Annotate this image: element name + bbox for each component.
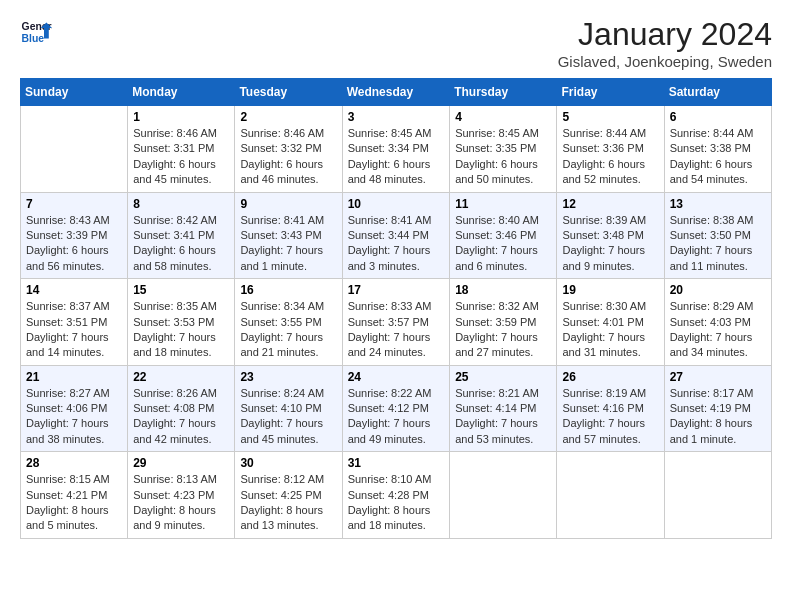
calendar-cell: [450, 452, 557, 539]
logo: General Blue: [20, 16, 52, 48]
daylight-text: Daylight: 6 hours and 48 minutes.: [348, 158, 431, 185]
sunrise-text: Sunrise: 8:10 AM: [348, 473, 432, 485]
cell-content: Sunrise: 8:10 AM Sunset: 4:28 PM Dayligh…: [348, 472, 445, 534]
day-number: 4: [455, 110, 551, 124]
sunrise-text: Sunrise: 8:30 AM: [562, 300, 646, 312]
cell-content: Sunrise: 8:21 AM Sunset: 4:14 PM Dayligh…: [455, 386, 551, 448]
week-row-5: 28 Sunrise: 8:15 AM Sunset: 4:21 PM Dayl…: [21, 452, 772, 539]
sunrise-text: Sunrise: 8:45 AM: [348, 127, 432, 139]
day-number: 17: [348, 283, 445, 297]
sunset-text: Sunset: 3:43 PM: [240, 229, 321, 241]
calendar-cell: 17 Sunrise: 8:33 AM Sunset: 3:57 PM Dayl…: [342, 279, 450, 366]
day-number: 31: [348, 456, 445, 470]
day-number: 8: [133, 197, 229, 211]
calendar-cell: 25 Sunrise: 8:21 AM Sunset: 4:14 PM Dayl…: [450, 365, 557, 452]
daylight-text: Daylight: 8 hours and 18 minutes.: [348, 504, 431, 531]
calendar-cell: 1 Sunrise: 8:46 AM Sunset: 3:31 PM Dayli…: [128, 106, 235, 193]
day-number: 2: [240, 110, 336, 124]
cell-content: Sunrise: 8:45 AM Sunset: 3:34 PM Dayligh…: [348, 126, 445, 188]
daylight-text: Daylight: 7 hours and 49 minutes.: [348, 417, 431, 444]
day-number: 29: [133, 456, 229, 470]
sunrise-text: Sunrise: 8:17 AM: [670, 387, 754, 399]
daylight-text: Daylight: 7 hours and 18 minutes.: [133, 331, 216, 358]
sunrise-text: Sunrise: 8:41 AM: [240, 214, 324, 226]
daylight-text: Daylight: 8 hours and 9 minutes.: [133, 504, 216, 531]
cell-content: Sunrise: 8:27 AM Sunset: 4:06 PM Dayligh…: [26, 386, 122, 448]
cell-content: Sunrise: 8:38 AM Sunset: 3:50 PM Dayligh…: [670, 213, 766, 275]
sunrise-text: Sunrise: 8:35 AM: [133, 300, 217, 312]
day-number: 18: [455, 283, 551, 297]
week-row-3: 14 Sunrise: 8:37 AM Sunset: 3:51 PM Dayl…: [21, 279, 772, 366]
sunrise-text: Sunrise: 8:13 AM: [133, 473, 217, 485]
sunset-text: Sunset: 3:32 PM: [240, 142, 321, 154]
cell-content: Sunrise: 8:30 AM Sunset: 4:01 PM Dayligh…: [562, 299, 658, 361]
cell-content: Sunrise: 8:13 AM Sunset: 4:23 PM Dayligh…: [133, 472, 229, 534]
day-header-friday: Friday: [557, 79, 664, 106]
calendar-cell: 2 Sunrise: 8:46 AM Sunset: 3:32 PM Dayli…: [235, 106, 342, 193]
sunset-text: Sunset: 3:55 PM: [240, 316, 321, 328]
daylight-text: Daylight: 7 hours and 31 minutes.: [562, 331, 645, 358]
calendar-cell: 14 Sunrise: 8:37 AM Sunset: 3:51 PM Dayl…: [21, 279, 128, 366]
cell-content: Sunrise: 8:44 AM Sunset: 3:38 PM Dayligh…: [670, 126, 766, 188]
day-header-wednesday: Wednesday: [342, 79, 450, 106]
sunset-text: Sunset: 3:31 PM: [133, 142, 214, 154]
daylight-text: Daylight: 6 hours and 58 minutes.: [133, 244, 216, 271]
calendar-cell: 7 Sunrise: 8:43 AM Sunset: 3:39 PM Dayli…: [21, 192, 128, 279]
calendar-cell: 22 Sunrise: 8:26 AM Sunset: 4:08 PM Dayl…: [128, 365, 235, 452]
calendar-cell: 26 Sunrise: 8:19 AM Sunset: 4:16 PM Dayl…: [557, 365, 664, 452]
sunrise-text: Sunrise: 8:22 AM: [348, 387, 432, 399]
calendar-cell: 13 Sunrise: 8:38 AM Sunset: 3:50 PM Dayl…: [664, 192, 771, 279]
cell-content: Sunrise: 8:17 AM Sunset: 4:19 PM Dayligh…: [670, 386, 766, 448]
sunset-text: Sunset: 4:06 PM: [26, 402, 107, 414]
cell-content: Sunrise: 8:37 AM Sunset: 3:51 PM Dayligh…: [26, 299, 122, 361]
cell-content: Sunrise: 8:46 AM Sunset: 3:32 PM Dayligh…: [240, 126, 336, 188]
day-number: 11: [455, 197, 551, 211]
cell-content: Sunrise: 8:24 AM Sunset: 4:10 PM Dayligh…: [240, 386, 336, 448]
cell-content: Sunrise: 8:45 AM Sunset: 3:35 PM Dayligh…: [455, 126, 551, 188]
sunrise-text: Sunrise: 8:42 AM: [133, 214, 217, 226]
daylight-text: Daylight: 7 hours and 57 minutes.: [562, 417, 645, 444]
sunset-text: Sunset: 4:01 PM: [562, 316, 643, 328]
day-number: 15: [133, 283, 229, 297]
day-header-tuesday: Tuesday: [235, 79, 342, 106]
cell-content: Sunrise: 8:33 AM Sunset: 3:57 PM Dayligh…: [348, 299, 445, 361]
calendar-cell: 5 Sunrise: 8:44 AM Sunset: 3:36 PM Dayli…: [557, 106, 664, 193]
calendar-cell: [557, 452, 664, 539]
sunset-text: Sunset: 4:28 PM: [348, 489, 429, 501]
day-header-thursday: Thursday: [450, 79, 557, 106]
daylight-text: Daylight: 6 hours and 54 minutes.: [670, 158, 753, 185]
svg-text:Blue: Blue: [22, 33, 45, 44]
calendar-cell: 16 Sunrise: 8:34 AM Sunset: 3:55 PM Dayl…: [235, 279, 342, 366]
day-number: 22: [133, 370, 229, 384]
calendar-cell: 24 Sunrise: 8:22 AM Sunset: 4:12 PM Dayl…: [342, 365, 450, 452]
day-number: 3: [348, 110, 445, 124]
calendar-cell: 23 Sunrise: 8:24 AM Sunset: 4:10 PM Dayl…: [235, 365, 342, 452]
calendar-cell: 12 Sunrise: 8:39 AM Sunset: 3:48 PM Dayl…: [557, 192, 664, 279]
calendar-cell: [21, 106, 128, 193]
sunrise-text: Sunrise: 8:46 AM: [133, 127, 217, 139]
sunrise-text: Sunrise: 8:38 AM: [670, 214, 754, 226]
sunrise-text: Sunrise: 8:40 AM: [455, 214, 539, 226]
sunset-text: Sunset: 4:19 PM: [670, 402, 751, 414]
daylight-text: Daylight: 7 hours and 45 minutes.: [240, 417, 323, 444]
sunrise-text: Sunrise: 8:33 AM: [348, 300, 432, 312]
sunrise-text: Sunrise: 8:26 AM: [133, 387, 217, 399]
daylight-text: Daylight: 8 hours and 5 minutes.: [26, 504, 109, 531]
calendar-cell: 9 Sunrise: 8:41 AM Sunset: 3:43 PM Dayli…: [235, 192, 342, 279]
daylight-text: Daylight: 7 hours and 42 minutes.: [133, 417, 216, 444]
cell-content: Sunrise: 8:22 AM Sunset: 4:12 PM Dayligh…: [348, 386, 445, 448]
sunset-text: Sunset: 3:57 PM: [348, 316, 429, 328]
cell-content: Sunrise: 8:32 AM Sunset: 3:59 PM Dayligh…: [455, 299, 551, 361]
daylight-text: Daylight: 7 hours and 14 minutes.: [26, 331, 109, 358]
sunrise-text: Sunrise: 8:21 AM: [455, 387, 539, 399]
day-number: 7: [26, 197, 122, 211]
daylight-text: Daylight: 6 hours and 52 minutes.: [562, 158, 645, 185]
day-number: 10: [348, 197, 445, 211]
title-block: January 2024 Gislaved, Joenkoeping, Swed…: [558, 16, 772, 70]
sunset-text: Sunset: 4:08 PM: [133, 402, 214, 414]
sunrise-text: Sunrise: 8:41 AM: [348, 214, 432, 226]
sunrise-text: Sunrise: 8:29 AM: [670, 300, 754, 312]
day-number: 6: [670, 110, 766, 124]
daylight-text: Daylight: 7 hours and 6 minutes.: [455, 244, 538, 271]
sunrise-text: Sunrise: 8:44 AM: [670, 127, 754, 139]
